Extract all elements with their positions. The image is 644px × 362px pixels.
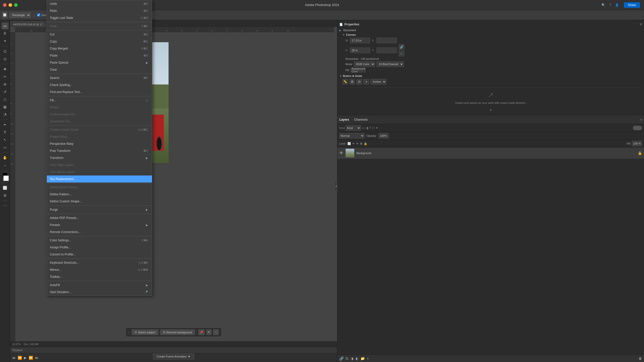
menu-item-keyboard-shortcuts[interactable]: Keyboard Shortcuts... ⌥⇧⌘K (47, 259, 152, 266)
tool-pen[interactable]: ✒ (2, 121, 9, 128)
tool-brush[interactable]: ✏ (2, 73, 9, 80)
menu-item-copy-merged[interactable]: Copy Merged ⇧⌘C (47, 45, 152, 52)
menu-item-stroke[interactable]: Stroke... (47, 104, 152, 111)
tool-shape[interactable]: ▭ (2, 144, 9, 151)
lock-artboard-icon[interactable]: ⊞ (360, 142, 362, 145)
menu-item-toolbar[interactable]: Toolbar... (47, 273, 152, 280)
mode-select[interactable]: RGB Color (354, 61, 375, 67)
menu-item-content-aware-fill[interactable]: Content-Aware Fill... (47, 111, 152, 118)
timeline-prev-btn[interactable]: ⏪ (18, 356, 22, 360)
add-adjustment-icon[interactable]: ◐ (355, 356, 358, 360)
canvas-width-input[interactable] (350, 38, 370, 43)
background-color[interactable] (3, 175, 9, 181)
menu-item-fade[interactable]: Fade... ⇧⌘F (47, 23, 152, 30)
menu-item-define-custom-shape[interactable]: Define Custom Shape... (47, 198, 152, 205)
inspire-add-button[interactable]: ＋ (489, 107, 493, 113)
menu-item-undo[interactable]: Undo ⌘Z (47, 0, 152, 7)
menu-item-define-pattern[interactable]: Define Pattern... (47, 191, 152, 198)
menu-item-sky-replacement[interactable]: Sky Replacement... (47, 175, 152, 183)
tool-magic-wand[interactable]: ✦ (2, 37, 9, 44)
tool-edit-mode[interactable]: ⬜ (2, 184, 9, 191)
filter-shape-icon[interactable]: ⬡ (372, 126, 375, 130)
layer-visibility-icon[interactable]: 👁 (339, 151, 343, 155)
kind-select[interactable]: Kind (346, 125, 361, 131)
canvas-more-button[interactable]: ⋯ (213, 329, 219, 335)
guides-icon[interactable]: ⌖ (364, 79, 369, 84)
channels-tab[interactable]: Channels (354, 118, 368, 121)
canvas-link-icon[interactable]: 🔗 (399, 44, 404, 50)
fill-swatch[interactable]: Background Color (350, 68, 366, 72)
filter-type-icon[interactable]: T (369, 126, 371, 130)
menu-item-autofill[interactable]: AutoFill ▶ (47, 282, 152, 289)
tool-eyedropper[interactable]: ◎ (2, 55, 9, 62)
tool-blur[interactable]: ◔ (2, 111, 9, 118)
right-panel-collapse-button[interactable]: ◀ (334, 181, 337, 191)
tool-zoom[interactable]: ⌕ (2, 162, 9, 169)
snap-icon[interactable]: ⊡ (356, 79, 362, 84)
menu-item-cut[interactable]: Cut ⌘X (47, 31, 152, 38)
opacity-input[interactable] (379, 133, 389, 139)
bit-depth-select[interactable]: 16 Bits/Channel (377, 61, 404, 67)
tool-gradient[interactable]: ▦ (2, 103, 9, 110)
tool-healing[interactable]: ✚ (2, 66, 9, 73)
menu-item-search[interactable]: Search ⌘F (47, 74, 152, 81)
menu-item-generative-fill[interactable]: Generative Fill... (47, 118, 152, 125)
canvas-pin-button[interactable]: 📌 (198, 329, 205, 335)
menu-item-paste[interactable]: Paste ⌘V (47, 52, 152, 59)
layers-filter-toggle[interactable] (633, 126, 642, 130)
menu-item-auto-blend[interactable]: Auto-Blend Layers... (47, 168, 152, 175)
search-icon[interactable]: 🔍 (601, 3, 605, 7)
menu-item-clear[interactable]: Clear (47, 66, 152, 73)
menu-item-adobe-pdf-presets[interactable]: Adobe PDF Presets... (47, 214, 152, 221)
add-mask-icon[interactable]: ◑ (350, 356, 353, 360)
tool-lasso[interactable]: 〿 (2, 30, 9, 37)
menu-item-assign-profile[interactable]: Assign Profile... (47, 244, 152, 251)
menu-item-auto-align[interactable]: Auto-Align Layers... (47, 161, 152, 168)
maximize-button[interactable] (14, 3, 18, 7)
user-icon[interactable]: 👤 (615, 3, 619, 7)
menu-item-menus[interactable]: Menus... ⌥⇧⌘M (47, 266, 152, 273)
layer-item-background[interactable]: 👁 Background 🔒 (337, 148, 644, 159)
grid-icon[interactable]: ⊞ (349, 79, 355, 84)
timeline-last-btn[interactable]: ⏭ (35, 356, 38, 360)
filter-adjust-icon[interactable]: ◑ (366, 126, 368, 130)
tool-extra[interactable]: ⋯ (2, 202, 9, 209)
menu-item-free-transform[interactable]: Free Transform ⌘T (47, 147, 152, 154)
shape-select[interactable]: Rectangle (10, 12, 31, 18)
menu-item-purge[interactable]: Purge ▶ (47, 206, 152, 213)
blend-mode-select[interactable]: Normal (339, 133, 365, 139)
menu-item-paste-special[interactable]: Paste Special ▶ (47, 59, 152, 66)
timeline-play-btn[interactable]: ▶ (24, 356, 27, 360)
close-button[interactable] (3, 3, 7, 7)
toolbar-select-tool[interactable]: ⬜ (2, 12, 8, 19)
tool-history-brush[interactable]: ↺ (2, 88, 9, 95)
tab-hkpb1095[interactable]: HKPB1095-Edit.tif @ 17... ✕ (10, 21, 51, 27)
menu-item-convert-to-profile[interactable]: Convert to Profile... (47, 251, 152, 258)
remove-background-button[interactable]: ⊡ Remove background (160, 329, 195, 335)
tool-path-select[interactable]: ↖ (2, 136, 9, 143)
canvas-flip-icon[interactable]: ↔ (399, 51, 404, 56)
tool-eraser[interactable]: ◻ (2, 96, 9, 103)
create-frame-animation-button[interactable]: Create Frame Animation ▼ (153, 353, 194, 359)
menu-item-puppet-warp[interactable]: Puppet Warp (47, 133, 152, 140)
properties-menu-icon[interactable]: ≡ (640, 22, 642, 27)
filter-pixel-icon[interactable]: ▭ (362, 126, 365, 130)
tool-marquee[interactable]: ▭ (2, 22, 9, 29)
menu-item-color-settings[interactable]: Color Settings... ⇧⌘K (47, 237, 152, 244)
menu-item-remote-connections[interactable]: Remote Connections... (47, 229, 152, 236)
layers-menu-icon[interactable]: ≡ (640, 118, 642, 121)
lock-transparent-icon[interactable]: ⬜ (347, 142, 351, 145)
menu-item-content-aware-scale[interactable]: Content-Aware Scale ⌥⇧⌘C (47, 126, 152, 133)
select-subject-canvas-button[interactable]: ⊙ Select subject (132, 329, 158, 335)
add-layer-effect-icon[interactable]: fx (346, 356, 348, 360)
layers-tab[interactable]: Layers (339, 118, 349, 121)
fill-percent-input[interactable] (632, 141, 642, 146)
timeline-next-btn[interactable]: ⏩ (29, 356, 33, 360)
menu-item-presets[interactable]: Presets ▶ (47, 221, 152, 229)
help-icon[interactable]: ? (609, 3, 611, 7)
canvas-edit-button[interactable]: ✏ (206, 329, 212, 335)
tool-clone[interactable]: ⊕ (2, 81, 9, 88)
lock-position-icon[interactable]: ✛ (356, 142, 358, 145)
properties-document-label[interactable]: Document (343, 29, 356, 32)
tool-screen-mode[interactable]: ⊞ (2, 192, 9, 199)
